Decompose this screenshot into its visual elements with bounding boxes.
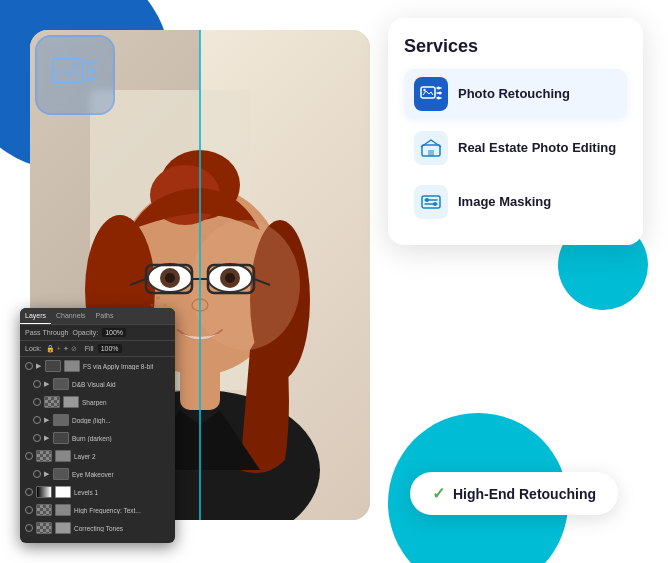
svg-point-46 [433,202,437,206]
svg-point-35 [437,87,440,90]
ps-layer-row-1[interactable]: ▶ D&B Visual Aid [28,375,175,393]
real-estate-icon [420,138,442,158]
services-title: Services [404,36,627,57]
ps-layer-name-5: Layer 2 [74,453,96,460]
ps-layer-row-3[interactable]: ▶ Dodge (ligh... [28,411,175,429]
ps-layer-row-9[interactable]: Correcting Tones [20,519,175,537]
ps-thumb-4 [53,432,69,444]
service-name-image-masking: Image Masking [458,194,551,211]
ps-thumb-3 [53,414,69,426]
masking-icon [420,192,442,212]
ps-eye-5[interactable] [25,452,33,460]
ps-eye-8[interactable] [25,506,33,514]
ps-mask-7 [55,486,71,498]
svg-point-5 [91,69,96,74]
ps-layer-name-3: Dodge (ligh... [72,417,111,424]
ps-opacity-label: Opacity: [72,329,98,336]
svg-point-19 [165,273,175,283]
ps-layer-row-7[interactable]: Levels 1 [20,483,175,501]
svg-point-33 [423,89,425,91]
ps-layer-row-8[interactable]: High Frequency: Text... [20,501,175,519]
ps-mask-8 [55,504,71,516]
service-icon-real-estate [414,131,448,165]
ps-layer-name-8: High Frequency: Text... [74,507,141,514]
ps-eye-0[interactable] [25,362,33,370]
ps-layer-name-2: Sharpen [82,399,107,406]
ps-tab-paths[interactable]: Paths [91,308,119,324]
check-icon: ✓ [432,484,445,503]
ps-lock-toolbar: Lock: 🔒 + ✦ ⊘ Fill 100% [20,341,175,357]
ps-layer-name-6: Eye Makeover [72,471,114,478]
ps-layer-name-1: D&B Visual Aid [72,381,116,388]
ps-mask-2 [63,396,79,408]
service-name-real-estate: Real Estate Photo Editing [458,140,616,157]
ps-thumb-6 [53,468,69,480]
svg-point-3 [87,61,92,66]
svg-point-45 [425,198,429,202]
ps-blend-toolbar: Pass Through Opacity: 100% [20,325,175,341]
photo-retouch-icon [420,84,442,104]
ps-mask-9 [55,522,71,534]
svg-rect-0 [53,59,83,83]
ps-layer-name-0: FS via Apply Image 8-bit [83,363,153,370]
svg-point-1 [73,63,78,68]
ps-thumb-5 [36,450,52,462]
svg-point-7 [88,77,93,82]
ps-thumb-2 [44,396,60,408]
service-name-photo-retouching: Photo Retouching [458,86,570,103]
ps-mask-5 [55,450,71,462]
retouching-badge-label: High-End Retouching [453,486,596,502]
ps-blend-label: Pass Through [25,329,68,336]
svg-rect-42 [422,196,440,208]
ps-eye-2[interactable] [33,398,41,406]
main-scene: Layers Channels Paths Pass Through Opaci… [0,0,668,563]
ps-thumb-0 [45,360,61,372]
ps-eye-6[interactable] [33,470,41,478]
ps-thumb-7 [36,486,52,498]
svg-point-30 [164,304,167,307]
service-icon-photo-retouching [414,77,448,111]
services-card: Services Photo Retouching [388,18,643,245]
svg-point-39 [437,97,440,100]
ps-layer-name-7: Levels 1 [74,489,98,496]
ps-layer-row-4[interactable]: ▶ Burn (darken) [28,429,175,447]
ps-fill-value[interactable]: 100% [98,344,122,353]
ps-thumb-8 [36,504,52,516]
service-item-photo-retouching[interactable]: Photo Retouching [404,69,627,119]
ps-fill-label: Fill [85,345,94,352]
retouch-split-line [199,30,201,520]
ps-tab-channels[interactable]: Channels [51,308,91,324]
ps-layer-name-4: Burn (darken) [72,435,112,442]
service-item-image-masking[interactable]: Image Masking [404,177,627,227]
svg-point-37 [439,92,442,95]
ps-opacity-value[interactable]: 100% [102,328,126,337]
ps-eye-1[interactable] [33,380,41,388]
ps-eye-3[interactable] [33,416,41,424]
photoshop-panel: Layers Channels Paths Pass Through Opaci… [20,308,175,543]
svg-point-29 [156,296,160,300]
ps-lock-label: Lock: [25,345,42,352]
svg-point-31 [151,304,154,307]
ps-thumb-1 [53,378,69,390]
svg-rect-41 [428,150,434,156]
ps-layer-name-9: Correcting Tones [74,525,123,532]
ps-panel-tabs: Layers Channels Paths [20,308,175,325]
ps-thumb-9 [36,522,52,534]
ps-layer-row-5[interactable]: Layer 2 [20,447,175,465]
service-icon-image-masking [414,185,448,219]
ps-tab-layers[interactable]: Layers [20,308,51,324]
ps-eye-4[interactable] [33,434,41,442]
service-item-real-estate[interactable]: Real Estate Photo Editing [404,123,627,173]
ps-layer-row-0[interactable]: ▶ FS via Apply Image 8-bit [20,357,175,375]
svg-point-22 [225,273,235,283]
ps-layer-row-6[interactable]: ▶ Eye Makeover [28,465,175,483]
ps-layer-row-2[interactable]: Sharpen [28,393,175,411]
ps-mask-0 [64,360,80,372]
image-edit-icon-box [35,35,115,115]
high-end-retouching-badge: ✓ High-End Retouching [410,472,618,515]
ps-eye-7[interactable] [25,488,33,496]
image-edit-icon [52,55,98,95]
ps-eye-9[interactable] [25,524,33,532]
